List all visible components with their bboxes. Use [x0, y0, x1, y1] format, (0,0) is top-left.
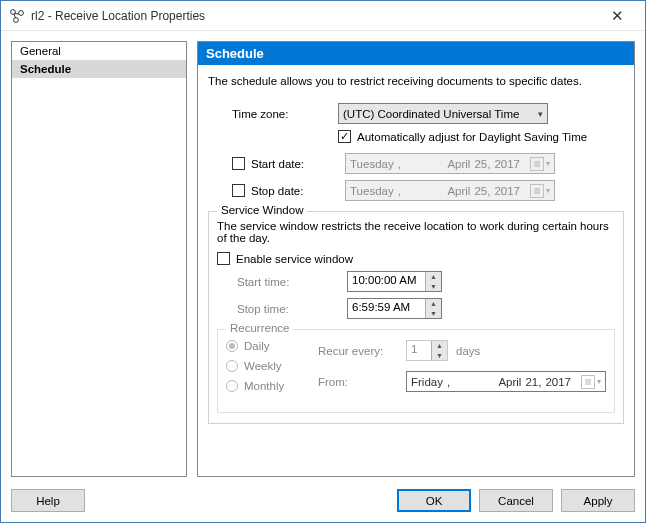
content-area: General Schedule Schedule The schedule a…: [1, 31, 645, 483]
svg-line-3: [15, 13, 20, 14]
nav-sidebar: General Schedule: [11, 41, 187, 477]
dialog-window: rl2 - Receive Location Properties ✕ Gene…: [0, 0, 646, 523]
recurrence-group: Recurrence Daily Weekly Monthly Recur ev…: [217, 329, 615, 413]
service-window-desc: The service window restricts the receive…: [217, 220, 615, 244]
start-date-checkbox[interactable]: [232, 157, 245, 170]
recurrence-details: Recur every: 1 ▲▼ days From:: [318, 340, 606, 402]
chevron-down-icon: ▾: [546, 159, 550, 168]
recur-every-spinner[interactable]: 1 ▲▼: [406, 340, 448, 361]
timezone-value: (UTC) Coordinated Universal Time: [343, 108, 519, 120]
svg-line-4: [14, 14, 16, 18]
spinner-buttons[interactable]: ▲▼: [425, 272, 441, 291]
spinner-buttons[interactable]: ▲▼: [425, 299, 441, 318]
start-time-label: Start time:: [217, 276, 347, 288]
panel-description: The schedule allows you to restrict rece…: [208, 75, 624, 87]
svg-point-1: [19, 10, 24, 15]
dst-checkbox[interactable]: ✓: [338, 130, 351, 143]
panel-body: The schedule allows you to restrict rece…: [198, 65, 634, 434]
recur-every-label: Recur every:: [318, 345, 398, 357]
stop-date-row: Stop date: Tuesday, April 25, 2017 ▥ ▾: [208, 180, 624, 201]
apply-button[interactable]: Apply: [561, 489, 635, 512]
calendar-icon: ▥: [581, 375, 595, 389]
start-date-picker[interactable]: Tuesday, April 25, 2017 ▥ ▾: [345, 153, 555, 174]
recur-unit: days: [456, 345, 480, 357]
dst-label: Automatically adjust for Daylight Saving…: [357, 131, 587, 143]
radio-monthly[interactable]: Monthly: [226, 380, 304, 392]
stop-time-row: Stop time: 6:59:59 AM ▲▼: [217, 298, 615, 319]
svg-point-2: [14, 17, 19, 22]
start-time-spinner[interactable]: 10:00:00 AM ▲▼: [347, 271, 442, 292]
recurrence-options: Daily Weekly Monthly: [226, 340, 304, 402]
recurrence-body: Daily Weekly Monthly Recur every: 1 ▲▼: [226, 340, 606, 402]
ok-button[interactable]: OK: [397, 489, 471, 512]
start-time-row: Start time: 10:00:00 AM ▲▼: [217, 271, 615, 292]
enable-sw-label: Enable service window: [236, 253, 353, 265]
enable-sw-row: Enable service window: [198, 252, 615, 265]
titlebar: rl2 - Receive Location Properties ✕: [1, 1, 645, 31]
stop-date-label: Stop date:: [251, 185, 345, 197]
start-date-row: Start date: Tuesday, April 25, 2017 ▥ ▾: [208, 153, 624, 174]
help-button[interactable]: Help: [11, 489, 85, 512]
schedule-panel: Schedule The schedule allows you to rest…: [197, 41, 635, 477]
recurrence-legend: Recurrence: [226, 322, 293, 334]
calendar-icon: ▥: [530, 184, 544, 198]
button-bar: Help OK Cancel Apply: [1, 483, 645, 522]
stop-time-label: Stop time:: [217, 303, 347, 315]
cancel-button[interactable]: Cancel: [479, 489, 553, 512]
radio-weekly[interactable]: Weekly: [226, 360, 304, 372]
service-window-group: Service Window The service window restri…: [208, 211, 624, 424]
window-title: rl2 - Receive Location Properties: [31, 9, 597, 23]
stop-date-picker[interactable]: Tuesday, April 25, 2017 ▥ ▾: [345, 180, 555, 201]
panel-header: Schedule: [198, 42, 634, 65]
timezone-combo[interactable]: (UTC) Coordinated Universal Time ▾: [338, 103, 548, 124]
radio-daily[interactable]: Daily: [226, 340, 304, 352]
chevron-down-icon: ▾: [597, 377, 601, 386]
chevron-down-icon: ▾: [546, 186, 550, 195]
stop-time-spinner[interactable]: 6:59:59 AM ▲▼: [347, 298, 442, 319]
timezone-label: Time zone:: [208, 108, 338, 120]
close-icon[interactable]: ✕: [597, 7, 637, 25]
calendar-icon: ▥: [530, 157, 544, 171]
stop-date-checkbox[interactable]: [232, 184, 245, 197]
service-window-legend: Service Window: [217, 204, 307, 216]
app-icon: [9, 8, 25, 24]
enable-sw-checkbox[interactable]: [217, 252, 230, 265]
from-date-picker[interactable]: Friday, April 21, 2017 ▥ ▾: [406, 371, 606, 392]
from-label: From:: [318, 376, 398, 388]
sidebar-item-general[interactable]: General: [12, 42, 186, 60]
dst-row: ✓ Automatically adjust for Daylight Savi…: [338, 130, 624, 143]
start-date-label: Start date:: [251, 158, 345, 170]
chevron-down-icon: ▾: [538, 109, 543, 119]
sidebar-item-schedule[interactable]: Schedule: [12, 60, 186, 78]
timezone-row: Time zone: (UTC) Coordinated Universal T…: [208, 103, 624, 124]
